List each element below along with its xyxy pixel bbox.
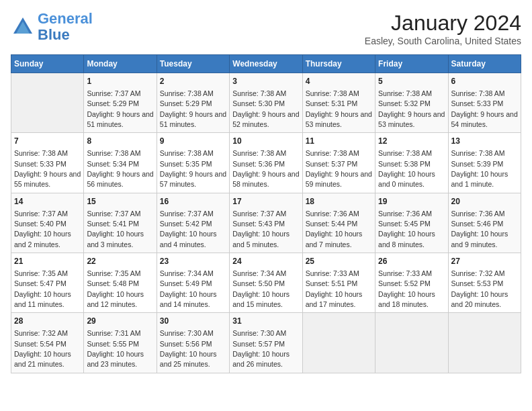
daylight-info: Daylight: 9 hours and 53 minutes. — [378, 110, 445, 128]
logo-text: General Blue — [38, 11, 93, 43]
calendar-cell: 13 Sunrise: 7:38 AM Sunset: 5:39 PM Dayl… — [448, 133, 521, 193]
logo-icon — [11, 15, 35, 39]
sunset-info: Sunset: 5:51 PM — [306, 279, 358, 287]
calendar-cell: 19 Sunrise: 7:36 AM Sunset: 5:45 PM Dayl… — [375, 193, 448, 253]
sunset-info: Sunset: 5:41 PM — [87, 220, 139, 228]
daylight-info: Daylight: 10 hours and 21 minutes. — [14, 350, 71, 368]
sunset-info: Sunset: 5:49 PM — [160, 279, 212, 287]
day-number: 28 — [14, 316, 81, 327]
daylight-info: Daylight: 10 hours and 15 minutes. — [232, 290, 290, 308]
calendar-cell: 20 Sunrise: 7:36 AM Sunset: 5:46 PM Dayl… — [448, 193, 521, 253]
sunrise-info: Sunrise: 7:38 AM — [14, 149, 68, 157]
sunset-info: Sunset: 5:33 PM — [14, 160, 66, 168]
calendar-cell — [11, 73, 84, 133]
calendar-cell: 24 Sunrise: 7:34 AM Sunset: 5:50 PM Dayl… — [230, 253, 302, 313]
daylight-info: Daylight: 10 hours and 23 minutes. — [87, 350, 144, 368]
sunrise-info: Sunrise: 7:37 AM — [14, 210, 68, 218]
sunset-info: Sunset: 5:57 PM — [232, 340, 285, 348]
calendar-cell: 8 Sunrise: 7:38 AM Sunset: 5:34 PM Dayli… — [84, 133, 157, 193]
calendar-cell — [302, 313, 375, 373]
sunset-info: Sunset: 5:36 PM — [232, 160, 285, 168]
sunrise-info: Sunrise: 7:34 AM — [160, 269, 214, 277]
calendar-cell: 21 Sunrise: 7:35 AM Sunset: 5:47 PM Dayl… — [11, 253, 84, 313]
calendar-cell: 29 Sunrise: 7:31 AM Sunset: 5:55 PM Dayl… — [84, 313, 157, 373]
daylight-info: Daylight: 10 hours and 12 minutes. — [87, 290, 144, 308]
sunrise-info: Sunrise: 7:38 AM — [306, 89, 359, 97]
sunrise-info: Sunrise: 7:38 AM — [232, 149, 286, 157]
day-number: 22 — [87, 256, 153, 267]
sunrise-info: Sunrise: 7:38 AM — [160, 149, 214, 157]
calendar-cell: 14 Sunrise: 7:37 AM Sunset: 5:40 PM Dayl… — [11, 193, 84, 253]
weekday-header-monday: Monday — [84, 55, 157, 73]
daylight-info: Daylight: 10 hours and 20 minutes. — [451, 290, 508, 308]
daylight-info: Daylight: 9 hours and 54 minutes. — [451, 110, 518, 128]
sunset-info: Sunset: 5:52 PM — [378, 279, 431, 287]
sunset-info: Sunset: 5:47 PM — [14, 279, 66, 287]
day-number: 16 — [160, 196, 226, 208]
day-number: 3 — [232, 76, 299, 87]
calendar-cell: 17 Sunrise: 7:37 AM Sunset: 5:43 PM Dayl… — [230, 193, 302, 253]
sunset-info: Sunset: 5:30 PM — [232, 99, 285, 107]
day-number: 13 — [451, 136, 518, 147]
calendar-table: SundayMondayTuesdayWednesdayThursdayFrid… — [11, 54, 521, 373]
month-title: January 2024 — [365, 11, 521, 36]
calendar-cell — [375, 313, 448, 373]
daylight-info: Daylight: 10 hours and 14 minutes. — [160, 290, 217, 308]
sunset-info: Sunset: 5:45 PM — [378, 220, 431, 228]
sunrise-info: Sunrise: 7:38 AM — [160, 89, 214, 97]
weekday-header-friday: Friday — [375, 55, 448, 73]
daylight-info: Daylight: 10 hours and 4 minutes. — [160, 230, 217, 248]
day-number: 23 — [160, 256, 226, 267]
sunset-info: Sunset: 5:43 PM — [232, 220, 285, 228]
sunrise-info: Sunrise: 7:38 AM — [451, 89, 505, 97]
sunrise-info: Sunrise: 7:37 AM — [87, 210, 140, 218]
sunset-info: Sunset: 5:44 PM — [306, 220, 358, 228]
calendar-cell: 25 Sunrise: 7:33 AM Sunset: 5:51 PM Dayl… — [302, 253, 375, 313]
sunset-info: Sunset: 5:39 PM — [451, 160, 504, 168]
daylight-info: Daylight: 10 hours and 9 minutes. — [451, 230, 508, 248]
sunset-info: Sunset: 5:29 PM — [160, 99, 212, 107]
day-number: 1 — [87, 76, 153, 87]
day-number: 12 — [378, 136, 445, 147]
sunset-info: Sunset: 5:55 PM — [87, 340, 139, 348]
calendar-cell: 3 Sunrise: 7:38 AM Sunset: 5:30 PM Dayli… — [230, 73, 302, 133]
sunset-info: Sunset: 5:35 PM — [160, 160, 212, 168]
sunset-info: Sunset: 5:33 PM — [451, 99, 504, 107]
sunset-info: Sunset: 5:42 PM — [160, 220, 212, 228]
sunrise-info: Sunrise: 7:31 AM — [87, 329, 140, 337]
sunrise-info: Sunrise: 7:35 AM — [14, 269, 68, 277]
calendar-cell: 23 Sunrise: 7:34 AM Sunset: 5:49 PM Dayl… — [157, 253, 229, 313]
sunset-info: Sunset: 5:50 PM — [232, 279, 285, 287]
calendar-cell — [448, 313, 521, 373]
calendar-cell: 2 Sunrise: 7:38 AM Sunset: 5:29 PM Dayli… — [157, 73, 229, 133]
sunrise-info: Sunrise: 7:37 AM — [87, 89, 140, 97]
sunrise-info: Sunrise: 7:37 AM — [232, 210, 286, 218]
sunset-info: Sunset: 5:53 PM — [451, 279, 504, 287]
sunrise-info: Sunrise: 7:34 AM — [232, 269, 286, 277]
sunrise-info: Sunrise: 7:32 AM — [451, 269, 505, 277]
calendar-cell: 5 Sunrise: 7:38 AM Sunset: 5:32 PM Dayli… — [375, 73, 448, 133]
sunrise-info: Sunrise: 7:36 AM — [451, 210, 505, 218]
day-number: 30 — [160, 316, 226, 327]
sunset-info: Sunset: 5:54 PM — [14, 340, 66, 348]
daylight-info: Daylight: 10 hours and 3 minutes. — [87, 230, 144, 248]
calendar-cell: 28 Sunrise: 7:32 AM Sunset: 5:54 PM Dayl… — [11, 313, 84, 373]
calendar-cell: 18 Sunrise: 7:36 AM Sunset: 5:44 PM Dayl… — [302, 193, 375, 253]
weekday-header-thursday: Thursday — [302, 55, 375, 73]
weekday-header-tuesday: Tuesday — [157, 55, 229, 73]
sunrise-info: Sunrise: 7:38 AM — [378, 89, 432, 97]
daylight-info: Daylight: 9 hours and 57 minutes. — [160, 170, 226, 188]
daylight-info: Daylight: 10 hours and 18 minutes. — [378, 290, 435, 308]
day-number: 26 — [378, 256, 445, 267]
daylight-info: Daylight: 10 hours and 0 minutes. — [378, 170, 435, 188]
sunset-info: Sunset: 5:40 PM — [14, 220, 66, 228]
daylight-info: Daylight: 9 hours and 53 minutes. — [306, 110, 372, 128]
daylight-info: Daylight: 10 hours and 11 minutes. — [14, 290, 71, 308]
day-number: 15 — [87, 196, 153, 208]
daylight-info: Daylight: 9 hours and 55 minutes. — [14, 170, 81, 188]
calendar-cell: 6 Sunrise: 7:38 AM Sunset: 5:33 PM Dayli… — [448, 73, 521, 133]
sunrise-info: Sunrise: 7:33 AM — [378, 269, 432, 277]
logo: General Blue — [11, 11, 93, 43]
day-number: 8 — [87, 136, 153, 147]
daylight-info: Daylight: 9 hours and 56 minutes. — [87, 170, 153, 188]
